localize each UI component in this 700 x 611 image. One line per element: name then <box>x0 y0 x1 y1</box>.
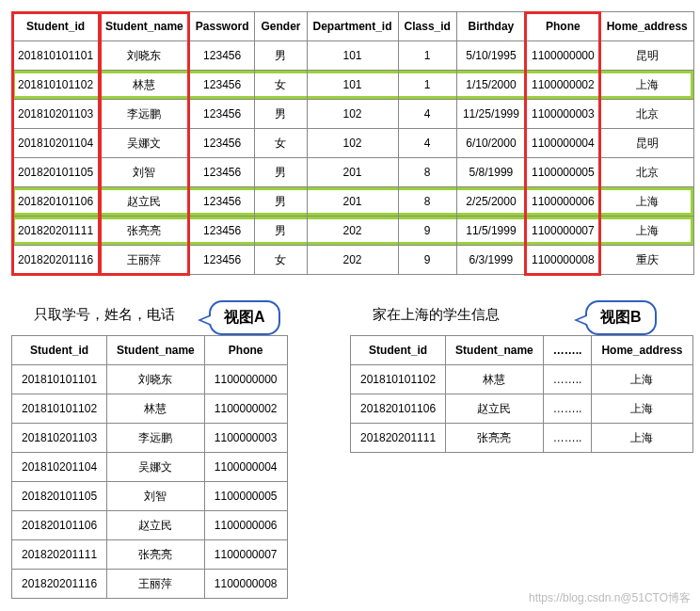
cell-department_id: 201 <box>307 158 398 187</box>
cell-student_name: 张亮亮 <box>107 540 205 570</box>
col-password: Password <box>189 12 255 41</box>
cell-home_address: 昆明 <box>600 41 693 71</box>
cell-phone: 1100000008 <box>204 570 287 599</box>
cell-student_name: 刘晓东 <box>107 365 205 394</box>
cell-student_id: 201820201116 <box>12 570 107 599</box>
cell: …….. <box>543 394 592 424</box>
col-home_address: Home_address <box>600 12 693 41</box>
cell-password: 123456 <box>189 246 255 275</box>
col-header: …….. <box>543 336 592 365</box>
col-gender: Gender <box>255 12 307 41</box>
cell-gender: 男 <box>255 217 307 246</box>
cell-student_id: 201820101105 <box>12 482 107 511</box>
cell: …….. <box>543 424 592 453</box>
main-table-wrapper: Student_idStudent_namePasswordGenderDepa… <box>11 11 694 275</box>
cell-student_name: 刘晓东 <box>100 41 190 71</box>
cell: 201820101106 <box>351 394 446 424</box>
cell-gender: 女 <box>255 246 307 275</box>
table-row: 201820201116王丽萍1100000008 <box>12 570 288 599</box>
cell-student_name: 李远鹏 <box>107 424 205 453</box>
cell-phone: 1100000005 <box>204 482 287 511</box>
cell-home_address: 重庆 <box>600 246 693 275</box>
table-row: 201820201111张亮亮1100000007 <box>12 540 288 570</box>
cell-department_id: 202 <box>307 217 398 246</box>
cell-home_address: 北京 <box>600 100 693 129</box>
cell-home_address: 北京 <box>600 158 693 187</box>
cell-department_id: 101 <box>307 41 398 71</box>
cell-student_name: 吴娜文 <box>100 129 190 158</box>
cell-home_address: 上海 <box>600 217 693 246</box>
cell: 林慧 <box>446 365 544 394</box>
cell-department_id: 201 <box>307 187 398 217</box>
col-header: Student_name <box>446 336 544 365</box>
view-a-table: Student_idStudent_namePhone201810101101刘… <box>11 335 288 599</box>
view-b-block: 家在上海的学生信息 视图B Student_idStudent_name……..… <box>350 306 689 453</box>
cell-birthday: 11/25/1999 <box>456 100 525 129</box>
table-row: 201810101101刘晓东123456男10115/10/199511000… <box>12 41 694 71</box>
cell-password: 123456 <box>189 187 255 217</box>
col-phone: Phone <box>204 336 287 365</box>
cell-birthday: 11/5/1999 <box>456 217 525 246</box>
table-row: 201820201111张亮亮123456男202911/5/199911000… <box>12 217 694 246</box>
cell-phone: 1100000003 <box>204 424 287 453</box>
table-row: 201810201103李远鹏1100000003 <box>12 424 288 453</box>
cell: 赵立民 <box>446 394 544 424</box>
cell-home_address: 上海 <box>600 187 693 217</box>
cell-password: 123456 <box>189 129 255 158</box>
col-student_id: Student_id <box>12 336 107 365</box>
cell-phone: 1100000007 <box>525 217 600 246</box>
watermark: https://blog.csdn.n@51CTO博客 <box>529 590 691 606</box>
table-row: 201810101102林慧1100000002 <box>12 394 288 424</box>
cell-department_id: 102 <box>307 129 398 158</box>
cell-phone: 1100000006 <box>204 511 287 540</box>
cell-student_id: 201820201111 <box>12 540 107 570</box>
cell-gender: 男 <box>255 158 307 187</box>
view-a-block: 只取学号，姓名，电话 视图A Student_idStudent_namePho… <box>11 306 303 599</box>
table-row: 201820201111张亮亮……..上海 <box>351 424 693 453</box>
main-student-table: Student_idStudent_namePasswordGenderDepa… <box>11 11 694 275</box>
cell-home_address: 昆明 <box>600 129 693 158</box>
table-row: 201820101106赵立民123456男20182/25/200011000… <box>12 187 694 217</box>
col-header: Student_id <box>351 336 446 365</box>
col-student_name: Student_name <box>100 12 190 41</box>
cell-birthday: 5/10/1995 <box>456 41 525 71</box>
cell-gender: 女 <box>255 129 307 158</box>
col-student_name: Student_name <box>107 336 205 365</box>
cell: 201820201111 <box>351 424 446 453</box>
cell-class_id: 9 <box>398 246 456 275</box>
cell-department_id: 101 <box>307 71 398 100</box>
cell-class_id: 8 <box>398 158 456 187</box>
table-row: 201820101106赵立民……..上海 <box>351 394 693 424</box>
col-birthday: Birthday <box>456 12 525 41</box>
cell-password: 123456 <box>189 41 255 71</box>
cell-gender: 男 <box>255 187 307 217</box>
table-row: 201810201104吴娜文1100000004 <box>12 453 288 482</box>
cell-student_id: 201820201111 <box>12 217 100 246</box>
cell-student_name: 王丽萍 <box>100 246 190 275</box>
cell-student_id: 201820101106 <box>12 511 107 540</box>
view-b-table: Student_idStudent_name……..Home_address20… <box>350 335 693 453</box>
cell-department_id: 102 <box>307 100 398 129</box>
cell-phone: 1100000000 <box>204 365 287 394</box>
cell-password: 123456 <box>189 158 255 187</box>
col-student_id: Student_id <box>12 12 100 41</box>
table-row: 201820101106赵立民1100000006 <box>12 511 288 540</box>
cell-password: 123456 <box>189 100 255 129</box>
cell-class_id: 4 <box>398 129 456 158</box>
cell-student_name: 赵立民 <box>100 187 190 217</box>
cell-birthday: 6/3/1999 <box>456 246 525 275</box>
cell-class_id: 4 <box>398 100 456 129</box>
cell-student_id: 201810201103 <box>12 424 107 453</box>
cell-student_name: 张亮亮 <box>100 217 190 246</box>
cell-gender: 男 <box>255 41 307 71</box>
table-row: 201820201116王丽萍123456女20296/3/1999110000… <box>12 246 694 275</box>
cell-student_id: 201810101101 <box>12 41 100 71</box>
cell-student_id: 201810201104 <box>12 453 107 482</box>
cell: …….. <box>543 365 592 394</box>
col-header: Home_address <box>592 336 692 365</box>
cell-student_id: 201810101102 <box>12 394 107 424</box>
cell-phone: 1100000004 <box>204 453 287 482</box>
cell-student_name: 王丽萍 <box>107 570 205 599</box>
cell-student_name: 林慧 <box>107 394 205 424</box>
cell-student_name: 吴娜文 <box>107 453 205 482</box>
